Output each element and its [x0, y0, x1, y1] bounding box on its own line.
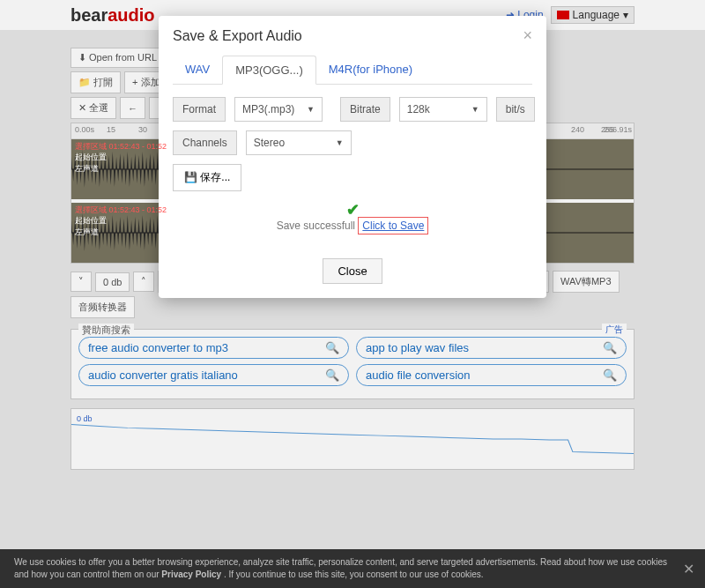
chevron-down-icon: ▼ — [336, 138, 344, 147]
save-button[interactable]: 💾 保存... — [173, 164, 241, 191]
tab-mp3[interactable]: MP3(OGG...) — [222, 56, 316, 85]
modal-title: Save & Export Audio — [173, 28, 302, 44]
channels-label: Channels — [173, 130, 237, 155]
close-button[interactable]: Close — [323, 258, 382, 284]
chevron-down-icon: ▼ — [471, 105, 479, 114]
format-select[interactable]: MP3(.mp3)▼ — [234, 97, 323, 122]
format-label: Format — [173, 97, 226, 122]
chevron-down-icon: ▼ — [307, 105, 315, 114]
click-to-save-link[interactable]: Click to Save — [358, 217, 428, 234]
bitrate-label: Bitrate — [340, 97, 390, 122]
tab-m4r[interactable]: M4R(for iPhone) — [316, 56, 425, 84]
export-modal: Save & Export Audio × WAV MP3(OGG...) M4… — [159, 16, 546, 298]
channels-select[interactable]: Stereo▼ — [246, 130, 352, 155]
bitrate-select[interactable]: 128k▼ — [399, 97, 487, 122]
save-status: ✔ Save successfull Click to Save — [173, 200, 532, 232]
tab-wav[interactable]: WAV — [173, 56, 222, 84]
bitrate-unit: bit/s — [496, 97, 535, 122]
check-icon: ✔ — [173, 200, 532, 220]
close-icon[interactable]: × — [523, 26, 532, 45]
